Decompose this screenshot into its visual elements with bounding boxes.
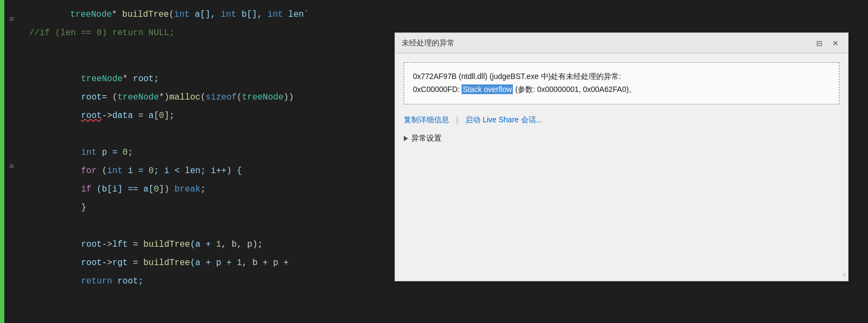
resize-handle[interactable]: ⠿ [839, 272, 848, 281]
fold-spacer-2 [10, 29, 18, 37]
var2: b[], [236, 10, 268, 19]
main-container: ⊟ treeNode* buildTree(int a[], int b[], … [0, 0, 868, 323]
settings-label: 异常设置 [411, 134, 442, 143]
resize-dots: ⠿ [843, 274, 846, 279]
dialog-links: 复制详细信息 ｜ 启动 Live Share 会话... [404, 115, 839, 125]
fold-spacer-7 [10, 121, 18, 129]
punct8: [ [153, 111, 159, 121]
fold-icon-9[interactable]: ⊟ [10, 157, 18, 166]
kw-int3: int [268, 10, 283, 19]
exception-settings[interactable]: 异常设置 [404, 134, 839, 143]
dialog-title: 未经处理的异常 [402, 38, 455, 48]
fold-spacer-13 [10, 231, 18, 240]
kw-return: return [81, 276, 112, 286]
exception-highlighted: Stack overflow [462, 84, 513, 94]
var-args2: (a + p + [190, 258, 237, 268]
fold-spacer-6 [10, 102, 18, 111]
fold-spacer-8 [10, 139, 18, 148]
fn-buildtree: buildTree [122, 10, 169, 19]
dialog-titlebar: 未经处理的异常 ⊟ ✕ [395, 33, 848, 54]
punct: ( [169, 10, 174, 19]
fold-spacer-3 [10, 47, 18, 56]
num-0d: 0 [153, 184, 159, 194]
exception-prefix: 0xC00000FD: [413, 85, 462, 94]
code-content-15: return root; [29, 235, 143, 309]
exception-suffix: (参数: 0x00000001, 0x00A62FA0)。 [513, 85, 636, 94]
exception-line1-text: 0x772AF97B (ntdll.dll) (judgeBST.exe 中)处… [413, 72, 621, 81]
fold-spacer-11 [10, 194, 18, 203]
var-a: a [149, 111, 154, 121]
dialog-minimize-button[interactable]: ⊟ [813, 37, 825, 49]
kw-int: int [174, 10, 190, 19]
exception-message-box: 0x772AF97B (ntdll.dll) (judgeBST.exe 中)处… [404, 62, 839, 104]
dialog-body: 0x772AF97B (ntdll.dll) (judgeBST.exe 中)处… [395, 54, 848, 281]
fold-spacer-4 [10, 65, 18, 74]
punct7: )) [284, 93, 294, 102]
op: * [112, 10, 122, 19]
punct13: ; [201, 184, 206, 194]
fold-spacer-12 [10, 213, 18, 221]
punct12: ]) [159, 184, 175, 194]
fold-icon-1[interactable]: ⊟ [10, 10, 18, 19]
fold-spacer-14 [10, 249, 18, 258]
triangle-icon [404, 136, 408, 141]
punct6: ( [237, 93, 242, 102]
dialog-controls: ⊟ ✕ [813, 37, 842, 49]
type-treenode4: treeNode [242, 93, 284, 102]
num-1b: 1 [237, 258, 242, 268]
punct9: ]; [164, 111, 175, 121]
copy-details-link[interactable]: 复制详细信息 [404, 115, 449, 125]
fold-spacer-15 [10, 268, 18, 276]
kw-int2: int [221, 10, 236, 19]
link-separator: ｜ [453, 115, 461, 125]
liveshare-link[interactable]: 启动 Live Share 会话... [465, 115, 542, 125]
fn-buildtree3: buildTree [143, 258, 190, 268]
left-border [0, 0, 4, 323]
var: a[], [190, 10, 221, 19]
num-0: 0 [159, 111, 164, 121]
punct15: , b + p + [242, 258, 294, 268]
exception-text-line2: 0xC00000FD: Stack overflow (参数: 0x000000… [413, 83, 830, 96]
fold-spacer-5 [10, 84, 18, 93]
exception-dialog: 未经处理的异常 ⊟ ✕ 0x772AF97B (ntdll.dll) (judg… [395, 32, 849, 281]
kw-break: break [175, 184, 201, 194]
fold-spacer-10 [10, 176, 18, 184]
dialog-close-button[interactable]: ✕ [830, 37, 842, 49]
type-treenode: treeNode [70, 10, 112, 19]
code-line-1: ⊟ treeNode* buildTree(int a[], int b[], … [4, 5, 868, 24]
exception-text-line1: 0x772AF97B (ntdll.dll) (judgeBST.exe 中)处… [413, 70, 830, 83]
kw-sizeof: sizeof [205, 93, 237, 102]
var3: len` [283, 10, 309, 19]
var-return: root; [112, 276, 144, 286]
op4: = [133, 111, 149, 121]
